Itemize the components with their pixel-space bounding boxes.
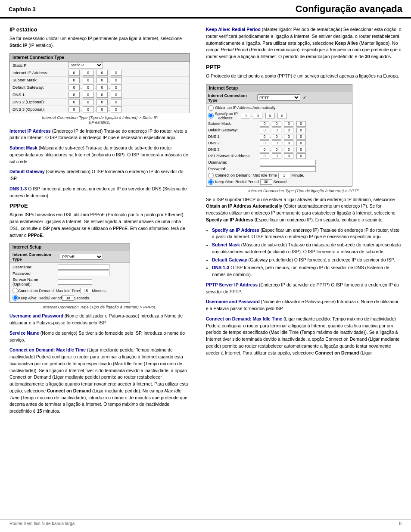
pptp-username-desc: Username and Password (Nome de utilizado… [206,299,402,312]
pppoe-service-desc: Service Name (Nome do serviço) Se tiver … [9,330,190,344]
pptp-server-ip-row: PPTPServer IP Address: . . . [208,153,350,159]
static-ip-figure-title: Internet Connection Type [10,54,190,62]
pptp-dns1-1[interactable] [272,134,281,140]
pptp-gw-2[interactable] [284,128,293,133]
dns2-3[interactable] [111,99,122,105]
dns3-2[interactable] [97,106,108,112]
pptp-connect-demand-radio[interactable] [208,173,214,178]
pptp-radio-connect-demand: Connect on Demand: Max Idle Time Minute. [208,172,350,179]
internet-ip-0[interactable] [68,70,80,76]
dns2-1[interactable] [83,99,94,105]
page: Capítulo 3 Configuração avançada IP está… [0,0,411,532]
pptp-server-2[interactable] [284,153,293,159]
pppoe-radio-keepalive[interactable] [12,295,18,301]
subnet-0[interactable] [68,77,80,83]
internet-ip-2[interactable] [97,70,108,76]
pptp-subnet-0[interactable] [260,121,269,127]
pptp-subnet-3[interactable] [296,121,306,127]
gw-1[interactable] [83,84,94,90]
internet-ip-3[interactable] [111,70,122,76]
pptp-gw-3[interactable] [296,128,306,133]
pptp-dns2-row: DNS 2: . . . [208,140,350,146]
pptp-dns2-3[interactable] [296,140,306,146]
keepalive-desc: Keep Alive: Redial Period (Manter ligado… [206,26,402,60]
pptp-password-row: Password: [208,166,350,172]
pptp-server-3[interactable] [296,153,306,159]
pppoe-figure-title: Internet Setup [10,243,130,251]
pptp-password-input[interactable] [260,166,316,172]
pppoe-service-input[interactable] [58,279,92,285]
pptp-dns3-2[interactable] [284,147,293,152]
dns1-2[interactable] [97,92,108,98]
subnet-3[interactable] [111,77,122,83]
pptp-dns1-2[interactable] [284,134,293,140]
pppoe-radio1-row: Connect on Demand: Max Idle Time Minutes… [12,287,127,294]
pptp-gw-row: Default Gateway: . . . [208,127,350,134]
gw-3[interactable] [111,84,122,90]
pptp-keepalive-radio[interactable] [208,179,214,185]
pptp-radio-obtain: Obtain an IP Address Automatically [208,105,350,111]
pptp-figure-title: Internet Setup [206,84,352,92]
dns1-1[interactable] [83,92,94,98]
gw-0[interactable] [68,84,80,90]
pppoe-dropdown[interactable]: PPPoE [60,254,103,260]
bullet-default-gw: Default Gateway (Gateway predefinido) O … [212,257,402,264]
pptp-gw-1[interactable] [272,128,281,133]
page-header: Capítulo 3 Configuração avançada [0,0,411,19]
pptp-dns3-1[interactable] [272,147,281,152]
dns3-3[interactable] [111,106,122,112]
subnet-1[interactable] [83,77,94,83]
pppoe-idle-time[interactable] [80,288,92,293]
pppoe-redial-period[interactable] [62,295,74,301]
dns1-0[interactable] [68,92,80,98]
pptp-dns3-3[interactable] [296,147,306,152]
pptp-dns3-0[interactable] [260,147,269,152]
pptp-server-0[interactable] [260,153,269,159]
dns2-0[interactable] [68,99,80,105]
subnet-2[interactable] [97,77,108,83]
static-ip-dropdown[interactable]: Static P [68,62,103,68]
pppoe-radio2-row: Keep Alive: Redial Period Seconds. [12,294,127,302]
gw-2[interactable] [97,84,108,90]
pptp-gw-0[interactable] [260,128,269,133]
pptp-figure: Internet Setup Internet Connection Type … [206,84,352,187]
pptp-dns1-0[interactable] [260,134,269,140]
pppoe-username-input[interactable] [58,264,109,270]
pptp-username-row: Username: [208,159,350,166]
pppoe-service-row: Service Name (Optional): [12,277,127,287]
pptp-ip-3[interactable] [277,113,287,118]
pppoe-password-input[interactable] [58,271,109,276]
pppoe-type-label: Internet Connection Type PPPoE [10,251,130,263]
pptp-radio-specify-btn[interactable] [208,113,214,118]
right-column: Keep Alive: Redial Period (Manter ligado… [198,19,411,426]
dns1-3[interactable] [111,92,122,98]
pptp-idle-time[interactable] [278,173,290,178]
pptp-server-1[interactable] [272,153,281,159]
pptp-redial-period[interactable] [260,179,272,185]
static-ip-dropdown-row: Static P Static P [10,62,190,69]
pptp-dns2-1[interactable] [272,140,281,146]
pptp-dropdown[interactable]: PPTP [257,94,300,101]
pptp-ip-0[interactable] [241,113,250,118]
page-title: Configuração avançada [296,3,402,15]
pptp-dns2-2[interactable] [284,140,293,146]
pptp-dns2-0[interactable] [260,140,269,146]
subnet-mask-row: Subnet Mask: . . . [10,77,190,84]
pptp-dns1-3[interactable] [296,134,306,140]
pppoe-radio-connect[interactable] [12,288,18,293]
bullet-specify-ip: Specify an IP Address (Especificar um en… [212,227,402,241]
dns3-0[interactable] [68,106,80,112]
pptp-ip-1[interactable] [253,113,262,118]
pptp-ip-2[interactable] [265,113,275,118]
pptp-radio-obtain-btn[interactable] [208,105,214,111]
pptp-username-input[interactable] [260,160,316,165]
internet-ip-desc: Internet IP Address (Endereço IP de Inte… [9,128,190,142]
pptp-dns1-row: DNS 1: . . . [208,134,350,140]
dns1-row: DNS 1: . . . [10,91,190,99]
footer-left: Router Sem fios N de banda larga [9,521,75,526]
pptp-subnet-2[interactable] [284,121,293,127]
internet-ip-1[interactable] [83,70,94,76]
pptp-subnet-1[interactable] [272,121,281,127]
dns2-2[interactable] [97,99,108,105]
dns3-1[interactable] [83,106,94,112]
